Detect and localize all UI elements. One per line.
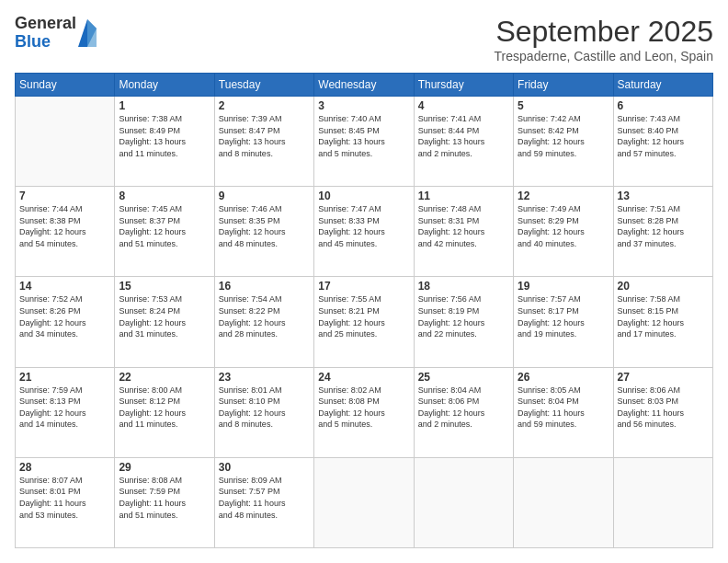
day-cell: 17Sunrise: 7:55 AMSunset: 8:21 PMDayligh… xyxy=(314,277,414,367)
day-cell: 25Sunrise: 8:04 AMSunset: 8:06 PMDayligh… xyxy=(414,367,513,457)
day-info: Sunrise: 8:08 AMSunset: 7:59 PMDaylight:… xyxy=(119,475,210,521)
logo-blue: Blue xyxy=(15,33,76,52)
svg-marker-1 xyxy=(87,19,97,47)
day-number: 2 xyxy=(219,99,310,112)
day-info: Sunrise: 7:48 AMSunset: 8:31 PMDaylight:… xyxy=(418,203,509,249)
day-cell: 30Sunrise: 8:09 AMSunset: 7:57 PMDayligh… xyxy=(214,457,313,547)
day-info: Sunrise: 8:05 AMSunset: 8:04 PMDaylight:… xyxy=(518,385,609,431)
day-info: Sunrise: 7:39 AMSunset: 8:47 PMDaylight:… xyxy=(219,113,310,159)
day-number: 30 xyxy=(219,461,310,474)
day-cell: 1Sunrise: 7:38 AMSunset: 8:49 PMDaylight… xyxy=(115,97,214,187)
day-cell: 13Sunrise: 7:51 AMSunset: 8:28 PMDayligh… xyxy=(613,187,712,277)
day-cell: 20Sunrise: 7:58 AMSunset: 8:15 PMDayligh… xyxy=(613,277,712,367)
day-info: Sunrise: 7:57 AMSunset: 8:17 PMDaylight:… xyxy=(518,293,609,339)
day-info: Sunrise: 7:41 AMSunset: 8:44 PMDaylight:… xyxy=(418,113,509,159)
header-thursday: Thursday xyxy=(414,74,513,97)
day-number: 19 xyxy=(518,280,609,293)
day-number: 1 xyxy=(119,99,210,112)
day-info: Sunrise: 8:06 AMSunset: 8:03 PMDaylight:… xyxy=(618,385,709,431)
logo-general: General xyxy=(15,15,76,33)
day-info: Sunrise: 8:02 AMSunset: 8:08 PMDaylight:… xyxy=(318,385,409,431)
day-number: 28 xyxy=(19,461,110,474)
week-row-4: 21Sunrise: 7:59 AMSunset: 8:13 PMDayligh… xyxy=(16,367,713,457)
day-info: Sunrise: 7:56 AMSunset: 8:19 PMDaylight:… xyxy=(418,293,509,339)
day-number: 16 xyxy=(219,280,310,293)
day-cell xyxy=(314,457,414,547)
day-number: 7 xyxy=(19,190,110,202)
day-number: 6 xyxy=(618,99,709,112)
day-info: Sunrise: 7:47 AMSunset: 8:33 PMDaylight:… xyxy=(318,203,409,249)
month-title: September 2025 xyxy=(495,15,713,49)
day-cell: 28Sunrise: 8:07 AMSunset: 8:01 PMDayligh… xyxy=(16,457,115,547)
day-cell: 14Sunrise: 7:52 AMSunset: 8:26 PMDayligh… xyxy=(16,277,115,367)
day-cell xyxy=(514,457,613,547)
day-number: 23 xyxy=(219,371,310,384)
day-info: Sunrise: 7:46 AMSunset: 8:35 PMDaylight:… xyxy=(219,203,310,249)
day-cell: 5Sunrise: 7:42 AMSunset: 8:42 PMDaylight… xyxy=(514,97,613,187)
day-cell: 26Sunrise: 8:05 AMSunset: 8:04 PMDayligh… xyxy=(514,367,613,457)
day-number: 17 xyxy=(318,280,409,293)
day-cell: 19Sunrise: 7:57 AMSunset: 8:17 PMDayligh… xyxy=(514,277,613,367)
day-info: Sunrise: 7:45 AMSunset: 8:37 PMDaylight:… xyxy=(119,203,210,249)
week-row-1: 1Sunrise: 7:38 AMSunset: 8:49 PMDaylight… xyxy=(16,97,713,187)
day-number: 20 xyxy=(618,280,709,293)
day-number: 10 xyxy=(318,190,409,202)
logo-text: General Blue xyxy=(15,15,76,52)
day-number: 8 xyxy=(119,190,210,202)
day-info: Sunrise: 7:59 AMSunset: 8:13 PMDaylight:… xyxy=(19,385,110,431)
day-number: 29 xyxy=(119,461,210,474)
day-info: Sunrise: 7:40 AMSunset: 8:45 PMDaylight:… xyxy=(318,113,409,159)
day-number: 24 xyxy=(318,371,409,384)
day-number: 14 xyxy=(19,280,110,293)
header-tuesday: Tuesday xyxy=(214,74,313,97)
day-number: 25 xyxy=(418,371,509,384)
day-number: 13 xyxy=(618,190,709,202)
day-number: 21 xyxy=(19,371,110,384)
day-number: 5 xyxy=(518,99,609,112)
logo: General Blue xyxy=(15,15,97,52)
day-cell: 4Sunrise: 7:41 AMSunset: 8:44 PMDaylight… xyxy=(414,97,513,187)
day-number: 3 xyxy=(318,99,409,112)
day-info: Sunrise: 7:53 AMSunset: 8:24 PMDaylight:… xyxy=(119,293,210,339)
header-friday: Friday xyxy=(514,74,613,97)
header-sunday: Sunday xyxy=(16,74,115,97)
location: Trespaderne, Castille and Leon, Spain xyxy=(495,49,713,63)
day-cell: 22Sunrise: 8:00 AMSunset: 8:12 PMDayligh… xyxy=(115,367,214,457)
week-row-2: 7Sunrise: 7:44 AMSunset: 8:38 PMDaylight… xyxy=(16,187,713,277)
day-cell: 12Sunrise: 7:49 AMSunset: 8:29 PMDayligh… xyxy=(514,187,613,277)
day-info: Sunrise: 8:04 AMSunset: 8:06 PMDaylight:… xyxy=(418,385,509,431)
logo-icon xyxy=(78,19,97,47)
day-cell: 27Sunrise: 8:06 AMSunset: 8:03 PMDayligh… xyxy=(613,367,712,457)
day-cell xyxy=(414,457,513,547)
day-number: 4 xyxy=(418,99,509,112)
day-cell: 7Sunrise: 7:44 AMSunset: 8:38 PMDaylight… xyxy=(16,187,115,277)
day-cell: 9Sunrise: 7:46 AMSunset: 8:35 PMDaylight… xyxy=(214,187,313,277)
day-info: Sunrise: 7:38 AMSunset: 8:49 PMDaylight:… xyxy=(119,113,210,159)
day-cell: 2Sunrise: 7:39 AMSunset: 8:47 PMDaylight… xyxy=(214,97,313,187)
day-cell: 23Sunrise: 8:01 AMSunset: 8:10 PMDayligh… xyxy=(214,367,313,457)
day-info: Sunrise: 8:09 AMSunset: 7:57 PMDaylight:… xyxy=(219,475,310,521)
day-cell: 21Sunrise: 7:59 AMSunset: 8:13 PMDayligh… xyxy=(16,367,115,457)
calendar-page: General Blue September 2025 Trespaderne,… xyxy=(0,0,728,563)
day-cell: 29Sunrise: 8:08 AMSunset: 7:59 PMDayligh… xyxy=(115,457,214,547)
calendar-table: SundayMondayTuesdayWednesdayThursdayFrid… xyxy=(15,73,713,548)
week-row-3: 14Sunrise: 7:52 AMSunset: 8:26 PMDayligh… xyxy=(16,277,713,367)
day-number: 18 xyxy=(418,280,509,293)
day-info: Sunrise: 7:58 AMSunset: 8:15 PMDaylight:… xyxy=(618,293,709,339)
day-cell: 8Sunrise: 7:45 AMSunset: 8:37 PMDaylight… xyxy=(115,187,214,277)
day-cell: 10Sunrise: 7:47 AMSunset: 8:33 PMDayligh… xyxy=(314,187,414,277)
header-wednesday: Wednesday xyxy=(314,74,414,97)
day-number: 26 xyxy=(518,371,609,384)
day-number: 27 xyxy=(618,371,709,384)
header: General Blue September 2025 Trespaderne,… xyxy=(15,15,713,63)
day-cell: 6Sunrise: 7:43 AMSunset: 8:40 PMDaylight… xyxy=(613,97,712,187)
day-info: Sunrise: 7:55 AMSunset: 8:21 PMDaylight:… xyxy=(318,293,409,339)
day-info: Sunrise: 7:54 AMSunset: 8:22 PMDaylight:… xyxy=(219,293,310,339)
day-number: 15 xyxy=(119,280,210,293)
day-cell: 11Sunrise: 7:48 AMSunset: 8:31 PMDayligh… xyxy=(414,187,513,277)
title-block: September 2025 Trespaderne, Castille and… xyxy=(495,15,713,63)
day-cell: 16Sunrise: 7:54 AMSunset: 8:22 PMDayligh… xyxy=(214,277,313,367)
day-cell: 18Sunrise: 7:56 AMSunset: 8:19 PMDayligh… xyxy=(414,277,513,367)
header-saturday: Saturday xyxy=(613,74,712,97)
calendar-header-row: SundayMondayTuesdayWednesdayThursdayFrid… xyxy=(16,74,713,97)
